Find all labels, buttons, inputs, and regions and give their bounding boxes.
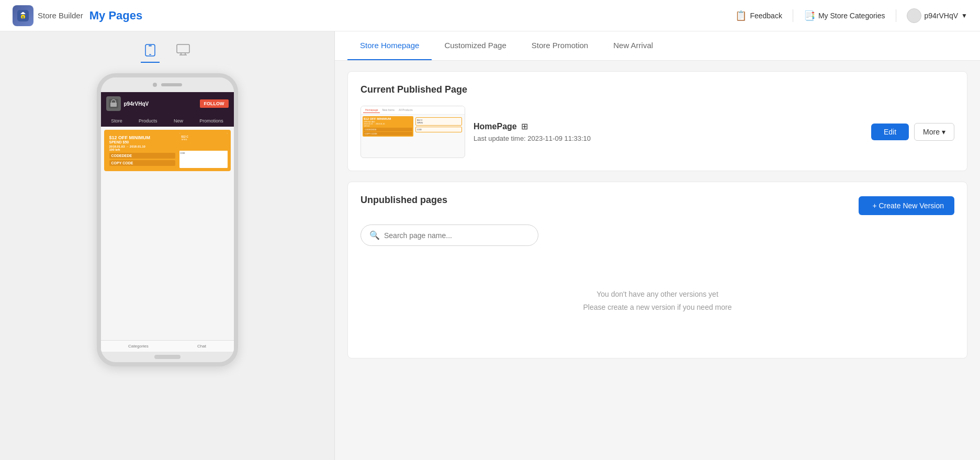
phone-bottom: Categories Chat [101, 340, 234, 352]
more-button[interactable]: More ▾ [914, 123, 954, 141]
phone-nav: Store Products New Promotions [101, 115, 234, 127]
thumb-promo-right-cards: $12 CSPEN COD [414, 116, 463, 133]
main-layout: p94rVHqV FOLLOW Store Products New Promo… [0, 31, 980, 460]
phone-store-name: p94rVHqV [124, 101, 200, 107]
phone-promo-card: $12 OFF MINIMUM SPEND $50 2018.01.03 → 2… [104, 130, 231, 171]
empty-line1: You don't have any other versions yet [361, 288, 954, 301]
create-new-label: + Create New Version [872, 201, 944, 210]
page-update-time: Last update time: 2023-11-09 11:33:10 [474, 134, 863, 142]
phone-mockup: p94rVHqV FOLLOW Store Products New Promo… [97, 73, 238, 366]
phone-nav-products: Products [139, 118, 157, 124]
phone-nav-store: Store [111, 118, 122, 124]
section-header: Unpublished pages + Create New Version [361, 195, 954, 216]
thumb-mini-card-2: COD [415, 127, 462, 132]
thumbnail-inner: Homepage New Items All Products $12 OFF … [361, 106, 465, 158]
homepage-page-item: Homepage New Items All Products $12 OFF … [361, 106, 954, 158]
phone-home-button [154, 355, 181, 359]
thumb-tab-newitems: New Items [380, 107, 397, 113]
current-published-title: Current Published Page [361, 84, 954, 95]
divider2 [896, 9, 896, 22]
svg-rect-4 [149, 46, 152, 47]
create-new-version-button[interactable]: + Create New Version [859, 196, 954, 215]
promo-count: 100 left [109, 148, 175, 151]
phone-nav-new: New [174, 118, 183, 124]
current-published-section: Current Published Page Homepage New Item… [347, 71, 967, 171]
brand-name: Store Builder [38, 11, 83, 20]
svg-rect-5 [149, 54, 151, 55]
empty-state: You don't have any other versions yet Pl… [361, 256, 954, 345]
promo-image: $12 C SPEN COD [179, 133, 228, 168]
phone-top-bar [101, 77, 234, 92]
feedback-label: Feedback [750, 12, 782, 20]
header: $ Store Builder My Pages 📋 Feedback 📑 My… [0, 0, 980, 31]
page-actions: Edit More ▾ [871, 123, 954, 141]
page-thumbnail: Homepage New Items All Products $12 OFF … [361, 106, 465, 158]
tab-store-promotion[interactable]: Store Promotion [519, 31, 601, 60]
phone-store-header: p94rVHqV FOLLOW [101, 92, 234, 115]
promo-off: $12 OFF MINIMUM [109, 135, 175, 140]
header-left: $ Store Builder My Pages [13, 5, 142, 26]
thumb-promo-row: $12 OFF MINIMUM SPEND $50 2018.01.03 → 2… [361, 115, 465, 138]
my-store-categories-button[interactable]: 📑 My Store Categories [804, 10, 885, 21]
svg-rect-6 [177, 44, 189, 53]
last-update-label: Last update time: [474, 134, 526, 142]
phone-nav-promotions: Promotions [199, 118, 223, 124]
feedback-button[interactable]: 📋 Feedback [735, 10, 782, 21]
right-panel: Store Homepage Customized Page Store Pro… [335, 31, 980, 460]
page-info: HomePage ⊞ Last update time: 2023-11-09 … [474, 121, 863, 142]
user-name: p94rVHqV [925, 12, 959, 20]
page-name: HomePage [474, 122, 517, 131]
phone-store-logo [106, 96, 121, 111]
thumb-promo-count: 100 left [364, 125, 412, 127]
promo-item-1: $12 OFF MINIMUM SPEND $50 2018.01.03 → 2… [107, 133, 177, 168]
my-store-categories-label: My Store Categories [818, 12, 885, 20]
feedback-icon: 📋 [735, 10, 747, 21]
phone-content: $12 OFF MINIMUM SPEND $50 2018.01.03 → 2… [101, 127, 234, 340]
tab-customized-page[interactable]: Customized Page [432, 31, 519, 60]
desktop-view-button[interactable] [172, 42, 194, 63]
page-title: My Pages [89, 9, 143, 23]
chevron-down-icon: ▼ [961, 12, 967, 19]
promo-copy: COPY CODE [109, 160, 175, 166]
avatar [907, 8, 921, 23]
more-label: More [923, 128, 940, 136]
header-right: 📋 Feedback 📑 My Store Categories p94rVHq… [735, 8, 967, 23]
categories-icon: 📑 [804, 10, 815, 21]
search-icon: 🔍 [369, 230, 380, 240]
mobile-view-button[interactable] [141, 42, 160, 63]
phone-follow-button[interactable]: FOLLOW [200, 99, 229, 108]
view-toggle [141, 42, 194, 63]
page-name-row: HomePage ⊞ [474, 121, 863, 131]
thumb-promo-left: $12 OFF MINIMUM SPEND $50 2018.01.03 → 2… [363, 116, 413, 137]
promo-spend: SPEND $50 [109, 140, 175, 144]
thumb-promo-codedede: CODEDEDE [364, 128, 412, 131]
svg-rect-11 [110, 103, 117, 107]
unpublished-section: Unpublished pages + Create New Version 🔍… [347, 182, 967, 358]
phone-bottom-chat: Chat [197, 344, 206, 349]
phone-screen: p94rVHqV FOLLOW Store Products New Promo… [101, 92, 234, 352]
logo-icon: $ [13, 5, 33, 26]
unpublished-title: Unpublished pages [361, 195, 447, 206]
phone-speaker [161, 83, 182, 86]
tabs-bar: Store Homepage Customized Page Store Pro… [335, 31, 980, 61]
phone-bottom-categories: Categories [128, 344, 149, 349]
promo-code: CODEDEDE [109, 153, 175, 159]
thumb-tab-homepage: Homepage [363, 107, 380, 113]
thumb-tab-allproducts: All Products [397, 107, 415, 113]
left-panel: p94rVHqV FOLLOW Store Products New Promo… [0, 31, 335, 460]
chevron-icon: ▾ [942, 128, 945, 136]
last-update-time: 2023-11-09 11:33:10 [527, 134, 591, 142]
phone-camera [153, 83, 157, 87]
grid-icon: ⊞ [521, 121, 528, 131]
tab-store-homepage[interactable]: Store Homepage [347, 31, 432, 60]
edit-button[interactable]: Edit [871, 124, 909, 140]
empty-line2: Please create a new version if you need … [361, 301, 954, 314]
search-input[interactable] [384, 231, 530, 240]
tab-new-arrival[interactable]: New Arrival [601, 31, 666, 60]
thumb-promo-copycode: COPY CODE [364, 132, 412, 136]
user-menu-button[interactable]: p94rVHqV ▼ [907, 8, 967, 23]
thumb-tabs: Homepage New Items All Products [361, 106, 465, 115]
svg-text:$: $ [22, 15, 24, 19]
right-content: Current Published Page Homepage New Item… [335, 61, 980, 379]
divider [793, 9, 793, 22]
